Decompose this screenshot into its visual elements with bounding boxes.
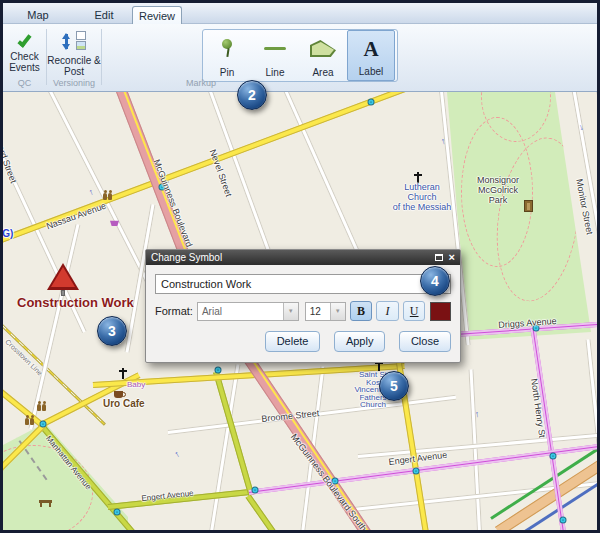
close-button[interactable]: Close	[399, 331, 451, 352]
vertex-node[interactable]	[253, 488, 258, 493]
format-row: Format: Arial ▼ 12 ▼ B I U	[155, 301, 451, 321]
church-cross-icon	[122, 368, 124, 379]
vertex-node[interactable]	[369, 100, 374, 105]
park-bench-icon	[39, 500, 52, 503]
dialog-body: Format: Arial ▼ 12 ▼ B I U Delete Apply …	[146, 265, 460, 362]
vertex-node[interactable]	[561, 518, 566, 523]
street	[469, 369, 483, 533]
subway-g-label: (G)	[3, 228, 13, 239]
uro-cafe-label: Uro Cafe	[103, 398, 145, 409]
construction-marker[interactable]	[47, 263, 79, 290]
street-label-leonard: ard Street	[3, 144, 19, 185]
maximize-icon[interactable]	[435, 254, 443, 261]
ribbon-group-qc: Check Events QC	[3, 26, 46, 90]
ribbon-tab-bar: Map Edit Review	[3, 3, 597, 24]
label-button[interactable]: A Label	[347, 30, 395, 81]
italic-button[interactable]: I	[376, 301, 399, 321]
pedestrian-icon	[30, 418, 34, 425]
cafe-cup-icon	[114, 391, 123, 398]
vertex-node[interactable]	[115, 510, 120, 515]
format-label: Format:	[155, 305, 193, 317]
ribbon: Check Events QC Reconcile & Post Version…	[3, 24, 597, 92]
markup-panel: Pin Line Area A Label	[202, 29, 398, 82]
lutheran-church-label: LutheranChurchof the Messiah	[383, 182, 461, 212]
group-label-markup: Markup	[102, 77, 300, 90]
dialog-buttons-row: Delete Apply Close	[155, 331, 451, 352]
label-a-icon: A	[363, 31, 378, 66]
tab-review[interactable]: Review	[132, 6, 182, 24]
pedestrian-icon	[37, 404, 41, 411]
pedestrian-icon	[103, 193, 107, 200]
ribbon-group-versioning: Reconcile & Post Versioning	[47, 26, 101, 90]
font-family-select[interactable]: Arial ▼	[197, 302, 299, 321]
color-swatch[interactable]	[430, 302, 451, 321]
callout-badge-5: 5	[379, 371, 409, 401]
check-events-label: Check Events	[3, 51, 46, 73]
pedestrian-icon	[25, 418, 29, 425]
vertex-node[interactable]	[216, 368, 221, 373]
mcgolrick-park-label: MonsignorMcGolrickPark	[473, 175, 523, 205]
street	[28, 224, 80, 430]
oneway-arrow-icon: ↑	[474, 410, 480, 420]
area-label: Area	[312, 67, 333, 78]
pedestrian-icon	[42, 404, 46, 411]
apply-button[interactable]: Apply	[334, 331, 386, 352]
close-icon[interactable]: ×	[449, 252, 455, 263]
change-symbol-dialog: Change Symbol × Format: Arial ▼ 12 ▼ B I…	[145, 249, 461, 363]
bold-button[interactable]: B	[350, 301, 373, 321]
app-window: Map Edit Review Check Events QC Reconcil…	[0, 0, 600, 533]
symbol-text-input[interactable]	[155, 274, 451, 294]
font-size-select[interactable]: 12 ▼	[305, 302, 346, 321]
label-label: Label	[359, 66, 383, 77]
road-green	[246, 494, 297, 533]
oneway-arrow-icon: ↑	[88, 188, 95, 198]
tab-edit[interactable]: Edit	[79, 6, 129, 24]
pedestrian-icon	[108, 193, 112, 200]
callout-badge-4: 4	[420, 266, 450, 296]
check-events-button[interactable]: Check Events	[3, 26, 46, 77]
dialog-title-bar[interactable]: Change Symbol ×	[146, 250, 460, 265]
ribbon-group-markup: Pin Line Area A Label Markup	[102, 26, 300, 90]
tab-map[interactable]: Map	[13, 6, 63, 24]
line-button[interactable]: Line	[251, 30, 299, 81]
vertex-node[interactable]	[414, 469, 419, 474]
dropdown-arrow-icon[interactable]: ▼	[283, 303, 298, 320]
reconcile-post-label: Reconcile & Post	[47, 55, 101, 77]
group-label-versioning: Versioning	[47, 77, 101, 90]
reconcile-icon	[59, 31, 89, 53]
pin-icon	[221, 30, 233, 67]
oneway-arrow-icon: ↑	[173, 449, 181, 459]
pin-button[interactable]: Pin	[203, 30, 251, 81]
street	[596, 92, 597, 215]
callout-badge-3: 3	[97, 316, 127, 346]
font-family-value: Arial	[198, 306, 283, 317]
green-check-icon	[17, 32, 31, 47]
line-icon	[264, 30, 286, 67]
reconcile-post-button[interactable]: Reconcile & Post	[47, 26, 101, 77]
construction-work-label[interactable]: Construction Work	[17, 295, 134, 310]
small-park-area	[3, 417, 128, 533]
callout-badge-2: 2	[237, 80, 267, 110]
vertex-node[interactable]	[41, 422, 46, 427]
baby-shop-label: Baby	[127, 380, 145, 389]
group-label-qc: QC	[3, 77, 46, 90]
dropdown-arrow-icon[interactable]: ▼	[330, 303, 345, 320]
delete-button[interactable]: Delete	[265, 331, 321, 352]
area-button[interactable]: Area	[299, 30, 347, 81]
park-monument-icon	[524, 200, 533, 212]
underline-button[interactable]: U	[403, 301, 426, 321]
font-size-value: 12	[306, 306, 330, 317]
dialog-title: Change Symbol	[151, 252, 435, 263]
area-icon	[310, 30, 336, 67]
vertex-node[interactable]	[551, 454, 556, 459]
